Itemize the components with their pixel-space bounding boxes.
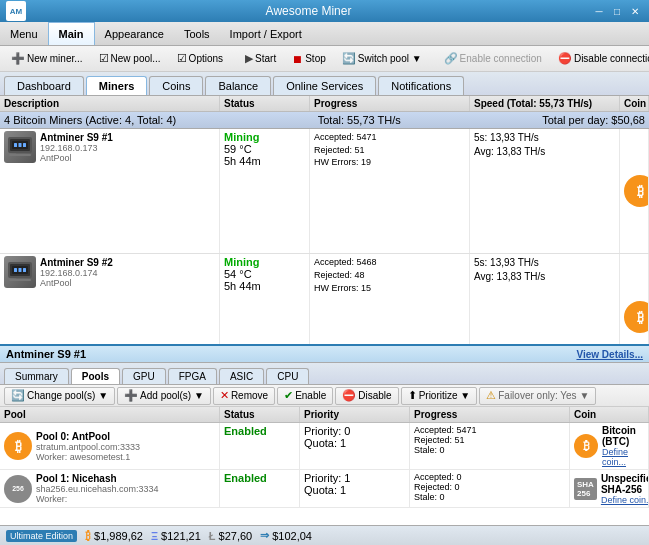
failover-button[interactable]: ⚠ Failover only: Yes ▼ bbox=[479, 387, 596, 405]
menu-item-appearance[interactable]: Appearance bbox=[95, 22, 174, 45]
bottom-panel: Antminer S9 #1 View Details... Summary P… bbox=[0, 344, 649, 525]
pool-stale: Stale: 0 bbox=[414, 492, 565, 502]
new-pool-button[interactable]: ☑ New pool... bbox=[92, 49, 168, 69]
svg-rect-7 bbox=[9, 154, 31, 156]
col-progress: Progress bbox=[310, 96, 470, 111]
miner-pool: AntPool bbox=[40, 153, 113, 163]
switch-pool-button[interactable]: 🔄 Switch pool ▼ bbox=[335, 49, 429, 69]
pool-status-badge: Enabled bbox=[224, 472, 267, 484]
pool-info-cell: ₿ Pool 0: AntPool stratum.antpool.com:33… bbox=[0, 423, 220, 469]
pool-name: Pool 0: AntPool bbox=[36, 431, 140, 442]
stop-button[interactable]: ⏹ Stop bbox=[285, 49, 333, 69]
bottom-tabs: Summary Pools GPU FPGA ASIC CPU bbox=[0, 363, 649, 385]
tab-coins[interactable]: Coins bbox=[149, 76, 203, 95]
miner-accepted: Accepted: 5471 bbox=[314, 131, 465, 144]
add-pool-button[interactable]: ➕ Add pool(s) ▼ bbox=[117, 387, 211, 405]
close-button[interactable]: ✕ bbox=[627, 4, 643, 18]
pool-coin-icon: ₿ bbox=[574, 434, 598, 458]
bitcoin-section-header: 4 Bitcoin Miners (Active: 4, Total: 4) T… bbox=[0, 112, 649, 129]
pool-define-coin-link[interactable]: Define coin... bbox=[602, 447, 644, 467]
bottom-tab-cpu[interactable]: CPU bbox=[266, 368, 309, 384]
pool-progress-cell: Accepted: 0 Rejected: 0 Stale: 0 bbox=[410, 470, 570, 507]
btc-coin-icon: ₿ bbox=[624, 301, 649, 333]
svg-rect-11 bbox=[14, 268, 17, 272]
pool-rejected: Rejected: 51 bbox=[414, 435, 565, 445]
svg-rect-12 bbox=[19, 268, 22, 272]
disable-button[interactable]: ⛔ Disable bbox=[335, 387, 398, 405]
add-pool-icon: ➕ bbox=[124, 389, 138, 402]
miner-uptime: 5h 44m bbox=[224, 280, 305, 292]
pool-url: sha256.eu.nicehash.com:3334 bbox=[36, 484, 159, 494]
miner-desc-cell: Antminer S9 #2 192.168.0.174 AntPool bbox=[0, 254, 220, 344]
miner-speed-cell: 5s: 13,93 TH/s Avg: 13,83 TH/s bbox=[470, 129, 620, 253]
enable-button[interactable]: ✔ Enable bbox=[277, 387, 333, 405]
bitcoin-value: $1,989,62 bbox=[94, 530, 143, 542]
bottom-tab-pools[interactable]: Pools bbox=[71, 368, 120, 384]
bottom-tab-fpga[interactable]: FPGA bbox=[168, 368, 217, 384]
change-pool-button[interactable]: 🔄 Change pool(s) ▼ bbox=[4, 387, 115, 405]
pool-worker: Worker: awesometest.1 bbox=[36, 452, 140, 462]
miner-status: Mining bbox=[224, 256, 305, 268]
pool-row[interactable]: 256 Pool 1: Nicehash sha256.eu.nicehash.… bbox=[0, 470, 649, 508]
pool-accepted: Accepted: 5471 bbox=[414, 425, 565, 435]
options-button[interactable]: ☑ Options bbox=[170, 49, 230, 69]
pool-priority-cell: Priority: 1 Quota: 1 bbox=[300, 470, 410, 507]
main-tabs: Dashboard Miners Coins Balance Online Se… bbox=[0, 72, 649, 96]
miner-row[interactable]: Antminer S9 #1 192.168.0.173 AntPool Min… bbox=[0, 129, 649, 254]
bitcoin-section-speed: Total: 55,73 TH/s bbox=[318, 114, 401, 126]
main-toolbar: ➕ New miner... ☑ New pool... ☑ Options ▶… bbox=[0, 46, 649, 72]
tab-miners[interactable]: Miners bbox=[86, 76, 147, 95]
menu-item-import-export[interactable]: Import / Export bbox=[220, 22, 312, 45]
prioritize-button[interactable]: ⬆ Prioritize ▼ bbox=[401, 387, 478, 405]
prioritize-icon: ⬆ bbox=[408, 389, 417, 402]
tab-notifications[interactable]: Notifications bbox=[378, 76, 464, 95]
view-details-link[interactable]: View Details... bbox=[576, 349, 643, 360]
add-icon: ➕ bbox=[11, 52, 25, 65]
pool-priority: Priority: 0 bbox=[304, 425, 405, 437]
pool-name: Pool 1: Nicehash bbox=[36, 473, 159, 484]
tab-online-services[interactable]: Online Services bbox=[273, 76, 376, 95]
statusbar: Ultimate Edition ₿ $1,989,62 Ξ $121,21 Ł… bbox=[0, 525, 649, 545]
menu-item-tools[interactable]: Tools bbox=[174, 22, 220, 45]
miner-status: Mining bbox=[224, 131, 305, 143]
app-title: Awesome Miner bbox=[26, 4, 591, 18]
bottom-tab-gpu[interactable]: GPU bbox=[122, 368, 166, 384]
miner-rejected: Rejected: 48 bbox=[314, 269, 465, 282]
miner-rejected: Rejected: 51 bbox=[314, 144, 465, 157]
window-controls[interactable]: ─ □ ✕ bbox=[591, 4, 643, 18]
minimize-button[interactable]: ─ bbox=[591, 4, 607, 18]
pool-col-progress: Progress bbox=[410, 407, 570, 422]
pool-quota: Quota: 1 bbox=[304, 484, 405, 496]
bottom-panel-header: Antminer S9 #1 View Details... bbox=[0, 346, 649, 363]
miner-coin-cell: ₿ Bitcoin (BTC) Per Day: $12,67 Per Mont… bbox=[620, 129, 649, 253]
pool-define-coin-link[interactable]: Define coin... bbox=[601, 495, 649, 505]
tab-balance[interactable]: Balance bbox=[205, 76, 271, 95]
tab-dashboard[interactable]: Dashboard bbox=[4, 76, 84, 95]
remove-button[interactable]: ✕ Remove bbox=[213, 387, 275, 405]
miner-row[interactable]: Antminer S9 #2 192.168.0.174 AntPool Min… bbox=[0, 254, 649, 344]
disable-connection-button[interactable]: ⛔ Disable connection bbox=[551, 49, 649, 69]
miner-name: Antminer S9 #2 bbox=[40, 257, 113, 268]
pool-row[interactable]: ₿ Pool 0: AntPool stratum.antpool.com:33… bbox=[0, 423, 649, 470]
pool-coin-cell: SHA256 Unspecified SHA-256 Define coin..… bbox=[570, 470, 649, 507]
bitcoin-miners-container: Antminer S9 #1 192.168.0.173 AntPool Min… bbox=[0, 129, 649, 344]
pool-rows-container: ₿ Pool 0: AntPool stratum.antpool.com:33… bbox=[0, 423, 649, 508]
enable-connection-button[interactable]: 🔗 Enable connection bbox=[437, 49, 549, 69]
table-header: Description Status Progress Speed (Total… bbox=[0, 96, 649, 112]
watermark: taiwebs.com bbox=[579, 511, 645, 523]
miner-speed-cell: 5s: 13,93 TH/s Avg: 13,83 TH/s bbox=[470, 254, 620, 344]
new-miner-button[interactable]: ➕ New miner... bbox=[4, 49, 90, 69]
bottom-tab-summary[interactable]: Summary bbox=[4, 368, 69, 384]
miner-status-cell: Mining 59 °C 5h 44m bbox=[220, 129, 310, 253]
pool-stale: Stale: 0 bbox=[414, 445, 565, 455]
pool-url: stratum.antpool.com:3333 bbox=[36, 442, 140, 452]
pool-table-header: Pool Status Priority Progress Coin bbox=[0, 407, 649, 423]
switch-icon: 🔄 bbox=[342, 52, 356, 65]
svg-rect-13 bbox=[23, 268, 26, 272]
menu-item-menu[interactable]: Menu bbox=[0, 22, 48, 45]
bottom-tab-asic[interactable]: ASIC bbox=[219, 368, 264, 384]
maximize-button[interactable]: □ bbox=[609, 4, 625, 18]
miner-accepted: Accepted: 5468 bbox=[314, 256, 465, 269]
start-button[interactable]: ▶ Start bbox=[238, 49, 283, 69]
menu-item-main[interactable]: Main bbox=[48, 22, 95, 45]
